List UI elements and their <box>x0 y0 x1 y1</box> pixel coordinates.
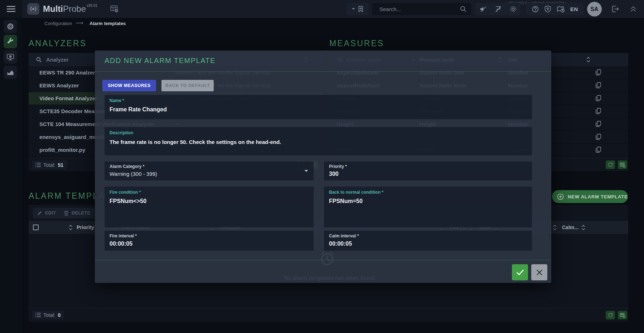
dropdown-caret-icon <box>304 170 308 172</box>
refresh-icon <box>607 312 613 318</box>
edit-button[interactable]: EDIT <box>33 208 60 218</box>
modal-footer-divider <box>95 260 551 260</box>
security-icon[interactable] <box>544 5 551 13</box>
copy-button[interactable] <box>596 82 601 88</box>
chevron-down-icon <box>352 8 355 10</box>
sound-muted-icon[interactable] <box>479 5 487 13</box>
priority-field[interactable]: Priority * 300 <box>324 161 532 180</box>
language-selector[interactable]: EN <box>570 6 578 12</box>
help-icon[interactable] <box>532 5 539 13</box>
name-field[interactable]: Name * Frame Rate Changed <box>105 95 532 119</box>
analyzers-title: ANALYZERS <box>29 39 87 48</box>
show-measures-button[interactable]: SHOW MEASURES <box>102 80 156 91</box>
sort-icon[interactable] <box>69 225 73 231</box>
sort-icon[interactable] <box>581 225 585 231</box>
map-time-icon[interactable] <box>557 5 565 13</box>
analyzer-filter-input[interactable] <box>45 56 99 63</box>
user-avatar[interactable]: SA <box>587 2 602 16</box>
dashboard-grid-button[interactable] <box>110 5 118 13</box>
copy-icon <box>596 95 601 101</box>
fire-condition-field[interactable]: Fire condition * FPSNum<>50 <box>105 187 314 227</box>
table-settings-icon <box>620 162 625 168</box>
monitor-eye-icon <box>6 53 14 61</box>
top-bar: MultiProbev26.01 UTC (UTC) Co-ordinated … <box>0 0 644 18</box>
close-icon <box>536 269 543 276</box>
logout-icon <box>611 5 619 13</box>
copy-button[interactable] <box>596 134 601 140</box>
bookmarks-button[interactable] <box>347 3 369 15</box>
alerts-muted-icon[interactable] <box>494 5 502 13</box>
copy-button[interactable] <box>596 146 601 153</box>
hamburger-icon <box>6 5 16 13</box>
refresh-button[interactable] <box>606 160 615 169</box>
bookmark-add-icon <box>358 6 363 13</box>
cancel-button[interactable] <box>531 264 547 280</box>
global-search-input[interactable] <box>372 6 460 12</box>
breadcrumb-parent[interactable]: Configuration <box>44 21 72 26</box>
calm-interval-column-header[interactable]: Calm... <box>562 225 578 230</box>
copy-button[interactable] <box>596 95 601 101</box>
breadcrumb-current: Alarm templates <box>89 21 126 26</box>
modal-header-divider <box>95 71 551 72</box>
table-settings-icon <box>620 313 625 318</box>
sidebar-item-settings[interactable] <box>4 20 17 33</box>
copy-icon <box>596 134 601 140</box>
sidebar-item-configuration[interactable] <box>4 35 17 48</box>
copy-icon <box>596 82 601 88</box>
back-to-default-button[interactable]: BACK TO DEFAULT <box>161 80 214 91</box>
dashboard-grid-icon <box>110 5 118 13</box>
copy-button[interactable] <box>596 69 601 76</box>
brand-title: MultiProbev26.01 <box>43 4 97 14</box>
breadcrumb-arrow-icon: ⟶ <box>76 20 83 26</box>
modal-title: ADD NEW ALARM TEMPLATE <box>105 57 216 65</box>
sort-icon[interactable] <box>553 225 557 231</box>
trash-icon <box>64 211 69 216</box>
calm-interval-field[interactable]: Calm interval * 00:00:05 <box>324 231 532 251</box>
version-label: v26.01 <box>87 4 97 8</box>
list-icon <box>35 313 41 317</box>
sidebar-item-statistics[interactable] <box>4 66 17 79</box>
refresh-icon <box>607 162 613 168</box>
measures-title: MEASURES <box>329 39 384 48</box>
pencil-icon <box>37 211 42 216</box>
add-alarm-template-modal: ADD NEW ALARM TEMPLATE SHOW MEASURES BAC… <box>95 50 551 283</box>
hamburger-menu-button[interactable] <box>6 5 16 13</box>
double-chevron-up-icon <box>630 5 636 13</box>
copy-icon <box>596 69 601 76</box>
collapse-topbar-button[interactable] <box>630 5 636 13</box>
copy-icon <box>596 121 601 127</box>
delete-button[interactable]: DELETE <box>59 208 95 218</box>
refresh-button[interactable] <box>606 311 615 319</box>
logout-button[interactable] <box>611 5 619 13</box>
multiprobe-app: MultiProbev26.01 UTC (UTC) Co-ordinated … <box>0 0 644 333</box>
analyzers-total: Total:51 <box>32 160 67 169</box>
alarm-category-select[interactable]: Alarm Category * Warning (300 - 399) <box>105 161 314 180</box>
global-search <box>372 3 471 15</box>
brightness-icon[interactable] <box>509 5 517 13</box>
utility-group: EN <box>526 3 584 15</box>
list-icon <box>35 163 41 167</box>
description-field[interactable]: Description The frame rate is no longer … <box>105 127 532 155</box>
table-settings-button[interactable] <box>618 311 627 319</box>
priority-column-header[interactable]: Priority <box>77 225 94 230</box>
copy-button[interactable] <box>596 108 601 114</box>
wrench-icon <box>6 38 14 45</box>
chart-icon <box>6 69 14 76</box>
back-to-normal-condition-field[interactable]: Back to normal condition * FPSNum=50 <box>324 187 532 227</box>
search-icon <box>36 57 42 63</box>
sort-icon[interactable] <box>586 57 590 63</box>
gear-icon <box>6 23 14 30</box>
select-all-checkbox[interactable] <box>33 225 39 230</box>
table-settings-button[interactable] <box>618 160 627 169</box>
copy-icon <box>596 146 601 153</box>
notification-toggles-group <box>475 3 520 15</box>
probe-logo-icon <box>29 6 38 12</box>
new-alarm-template-button[interactable]: NEW ALARM TEMPLATE <box>552 190 628 203</box>
fire-interval-field[interactable]: Fire interval * 00:00:05 <box>105 231 314 251</box>
sidebar-item-monitoring[interactable] <box>4 50 17 64</box>
alarm-templates-footer: Total:0 <box>29 308 628 322</box>
copy-button[interactable] <box>596 121 601 127</box>
confirm-button[interactable] <box>512 264 528 280</box>
alarm-templates-total: Total:0 <box>32 310 64 319</box>
search-icon <box>460 5 467 13</box>
